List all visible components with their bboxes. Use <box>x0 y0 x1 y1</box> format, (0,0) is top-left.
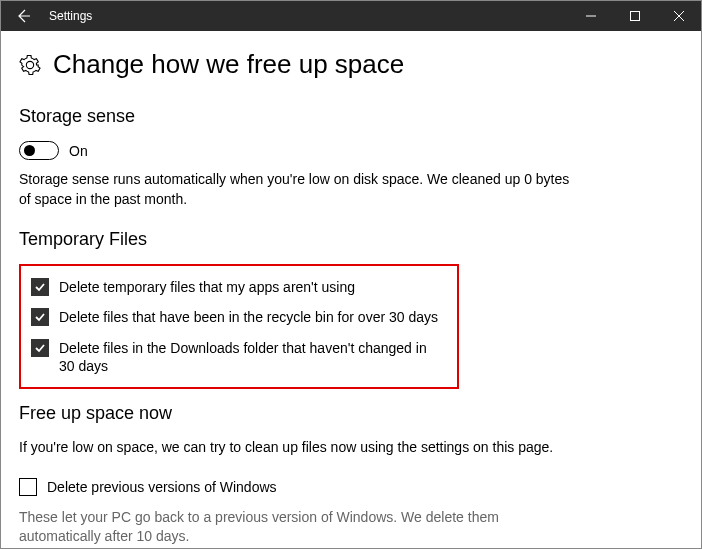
page-title: Change how we free up space <box>53 49 404 80</box>
temp-files-checkbox-1[interactable] <box>31 308 49 326</box>
titlebar: Settings <box>1 1 701 31</box>
maximize-button[interactable] <box>613 1 657 31</box>
temp-files-row-1: Delete files that have been in the recyc… <box>31 308 447 326</box>
prev-versions-note: These let your PC go back to a previous … <box>19 508 579 547</box>
page-header: Change how we free up space <box>19 49 683 80</box>
storage-sense-heading: Storage sense <box>19 106 683 127</box>
checkmark-icon <box>34 281 46 293</box>
storage-sense-description: Storage sense runs automatically when yo… <box>19 170 579 209</box>
free-up-section: Free up space now If you're low on space… <box>19 403 683 547</box>
temp-files-label-2: Delete files in the Downloads folder tha… <box>59 339 439 375</box>
temp-files-checkbox-2[interactable] <box>31 339 49 357</box>
temp-files-heading: Temporary Files <box>19 229 683 250</box>
content-area: Change how we free up space Storage sens… <box>1 31 701 547</box>
storage-sense-toggle-row: On <box>19 141 683 160</box>
free-up-description: If you're low on space, we can try to cl… <box>19 438 579 458</box>
toggle-knob <box>24 145 35 156</box>
temp-files-row-0: Delete temporary files that my apps aren… <box>31 278 447 296</box>
window-title: Settings <box>49 9 92 23</box>
temp-files-row-2: Delete files in the Downloads folder tha… <box>31 339 447 375</box>
storage-sense-toggle-label: On <box>69 143 88 159</box>
svg-rect-0 <box>631 12 640 21</box>
close-icon <box>674 11 684 21</box>
checkmark-icon <box>34 342 46 354</box>
close-button[interactable] <box>657 1 701 31</box>
maximize-icon <box>630 11 640 21</box>
minimize-button[interactable] <box>569 1 613 31</box>
storage-sense-toggle[interactable] <box>19 141 59 160</box>
back-button[interactable] <box>1 1 45 31</box>
checkmark-icon <box>34 311 46 323</box>
prev-versions-row: Delete previous versions of Windows <box>19 478 683 496</box>
minimize-icon <box>586 11 596 21</box>
temp-files-checkbox-0[interactable] <box>31 278 49 296</box>
prev-versions-checkbox[interactable] <box>19 478 37 496</box>
prev-versions-label: Delete previous versions of Windows <box>47 478 277 496</box>
temp-files-highlight-box: Delete temporary files that my apps aren… <box>19 264 459 389</box>
temp-files-label-0: Delete temporary files that my apps aren… <box>59 278 355 296</box>
temp-files-label-1: Delete files that have been in the recyc… <box>59 308 438 326</box>
free-up-heading: Free up space now <box>19 403 683 424</box>
arrow-left-icon <box>15 8 31 24</box>
gear-icon <box>19 54 41 76</box>
